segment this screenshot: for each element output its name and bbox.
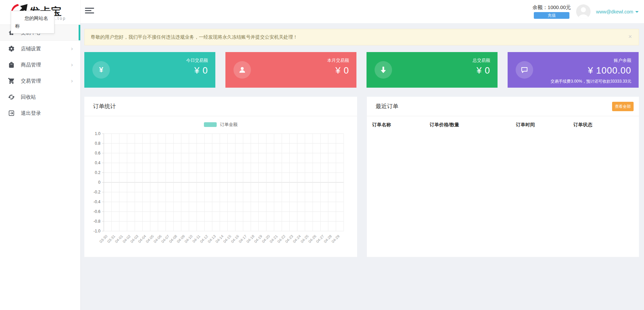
recharge-button[interactable]: 充值 [534,12,569,19]
topbar: 余额：1000.00元 充值 www@dkewl.com [80,0,644,23]
legend-swatch [204,122,217,127]
svg-text:0.8: 0.8 [95,141,100,146]
close-icon[interactable]: × [628,34,632,40]
sidebar: 发卡宝 o.top 您的网站名称 交易中心 店铺设置 › 商品管理 › [0,0,80,310]
stat-card-month-volume: 本月交易额 ¥ 0 [225,52,356,88]
stat-card-value: ¥ 1000.00 [588,65,631,76]
balance-block: 余额：1000.00元 充值 [532,4,571,19]
svg-text:04-20: 04-20 [261,234,270,243]
svg-text:04-24: 04-24 [292,234,301,243]
avatar[interactable] [576,4,591,19]
col-order-status: 订单状态 [573,122,634,128]
svg-text:04-21: 04-21 [269,234,278,243]
svg-text:04-18: 04-18 [246,234,255,243]
svg-text:-0.4: -0.4 [93,200,100,204]
site-name-tooltip-text: 您的网站名称 [15,14,50,30]
chevron-down-icon [635,11,639,13]
orders-table-body [367,134,639,234]
sidebar-item-label: 退出登录 [21,110,41,117]
svg-text:1.0: 1.0 [95,131,100,136]
stat-card-total-volume: 总交易额 ¥ 0 [367,52,498,88]
balance-text: 余额：1000.00元 [532,4,571,11]
order-stats-chart: 1.00.80.60.40.20-0.2-0.4-0.6-0.8-1.003-3… [84,128,350,253]
sidebar-item-product-management[interactable]: 商品管理 › [0,57,80,73]
recycle-icon [8,94,15,100]
svg-text:04-23: 04-23 [284,234,294,243]
svg-text:04-08: 04-08 [168,234,178,243]
svg-text:04-15: 04-15 [222,234,232,243]
col-order-name: 订单名称 [372,122,430,128]
svg-text:04-06: 04-06 [153,234,162,243]
col-order-price-qty: 订单价格/数量 [430,122,516,128]
svg-text:04-27: 04-27 [315,234,325,243]
svg-text:04-10: 04-10 [184,234,193,243]
svg-text:-0.8: -0.8 [93,219,100,224]
svg-text:0.6: 0.6 [95,151,100,156]
sidebar-item-label: 交易管理 [21,78,41,84]
svg-text:04-22: 04-22 [276,234,286,243]
panel-title: 订单统计 [93,102,116,110]
arrow-down-icon [375,61,392,79]
gear-icon [8,45,15,52]
sidebar-item-label: 商品管理 [21,62,41,68]
col-order-time: 订单时间 [516,122,573,128]
yen-icon: ¥ [92,61,110,79]
notice-text: 尊敬的用户您好，我们平台不接任何违法违规业务，一经发现将永久冻结账号并提交公安机… [91,34,298,40]
view-all-button[interactable]: 查看全部 [612,102,634,111]
chevron-right-icon: › [71,45,73,52]
stat-card-value: ¥ 0 [186,65,208,76]
chevron-right-icon: › [71,78,73,84]
svg-text:04-02: 04-02 [122,234,131,243]
svg-text:04-03: 04-03 [130,234,139,243]
stat-card-title: 账户余额 [588,57,631,63]
svg-text:04-12: 04-12 [199,234,209,243]
stat-card-today-volume: ¥ 今日交易额 ¥ 0 [84,52,215,88]
username-text: www@dkewl.com [596,9,633,14]
svg-text:-0.6: -0.6 [93,209,100,214]
user-menu[interactable]: www@dkewl.com [596,9,639,14]
svg-text:04-19: 04-19 [253,234,263,243]
svg-text:04-28: 04-28 [323,234,332,243]
site-name-tooltip: 您的网站名称 [11,11,54,34]
svg-text:04-29: 04-29 [331,234,340,243]
svg-text:04-04: 04-04 [137,234,147,243]
svg-text:0.2: 0.2 [95,170,100,175]
stat-card-value: ¥ 0 [327,65,349,76]
svg-text:04-17: 04-17 [238,234,247,243]
panel-title: 最近订单 [376,102,398,110]
stat-card-title: 总交易额 [473,57,490,63]
menu-toggle-icon[interactable] [85,8,94,15]
svg-text:0.4: 0.4 [95,161,100,165]
sidebar-nav: 交易中心 店铺设置 › 商品管理 › 交易管理 › [0,25,80,121]
svg-text:04-14: 04-14 [215,234,224,243]
person-icon [233,61,251,79]
svg-text:-0.2: -0.2 [93,190,100,194]
main-content: 尊敬的用户您好，我们平台不接任何违法违规业务，一经发现将永久冻结账号并提交公安机… [80,23,644,310]
stat-card-account-balance: 账户余额 ¥ 1000.00 交易手续费3.00%，预计还可收款33333.33… [508,52,639,88]
logout-icon [8,110,15,117]
svg-text:04-25: 04-25 [300,234,309,243]
svg-text:03-31: 03-31 [106,234,116,243]
order-stats-panel: 订单统计 订单金额 1.00.80.60.40.20-0.2-0.4-0.6-0… [84,97,357,257]
svg-text:04-09: 04-09 [176,234,185,243]
svg-text:04-11: 04-11 [192,234,201,243]
sidebar-item-logout[interactable]: 退出登录 [0,105,80,121]
sidebar-item-label: 回收站 [21,94,36,100]
stat-card-value: ¥ 0 [473,65,490,76]
sidebar-item-trade-management[interactable]: 交易管理 › [0,73,80,89]
svg-text:04-13: 04-13 [207,234,216,243]
chart-legend: 订单金额 [84,122,357,128]
chevron-right-icon: › [71,61,73,68]
sidebar-item-recycle-bin[interactable]: 回收站 [0,89,80,105]
orders-table-header: 订单名称 订单价格/数量 订单时间 订单状态 [367,116,639,134]
legend-label: 订单金额 [220,122,238,128]
svg-text:0: 0 [98,180,100,185]
sidebar-item-shop-settings[interactable]: 店铺设置 › [0,41,80,57]
shopping-bag-icon [8,61,15,68]
svg-text:04-01: 04-01 [114,234,124,243]
sidebar-item-label: 店铺设置 [21,46,41,52]
fee-note-text: 交易手续费3.00%，预计还可收款33333.33元 [551,79,631,84]
svg-text:-1.0: -1.0 [93,229,100,233]
stat-card-title: 今日交易额 [186,57,208,63]
svg-text:04-07: 04-07 [161,234,170,243]
